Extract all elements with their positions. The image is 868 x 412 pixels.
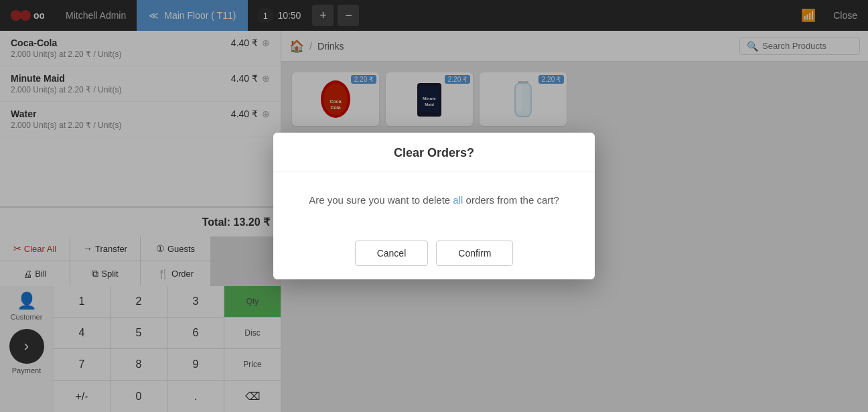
dialog-message-after: orders from the cart? <box>463 194 559 206</box>
dialog-message-before: Are you sure you want to delete <box>309 194 453 206</box>
clear-orders-dialog: Clear Orders? Are you sure you want to d… <box>273 133 595 279</box>
dialog-footer: Cancel Confirm <box>273 232 595 279</box>
modal-overlay: Clear Orders? Are you sure you want to d… <box>0 0 868 412</box>
cancel-button[interactable]: Cancel <box>355 241 429 266</box>
confirm-button[interactable]: Confirm <box>436 241 513 266</box>
dialog-body: Are you sure you want to delete all orde… <box>273 171 595 232</box>
dialog-title: Clear Orders? <box>273 133 595 171</box>
dialog-highlight: all <box>453 194 463 206</box>
